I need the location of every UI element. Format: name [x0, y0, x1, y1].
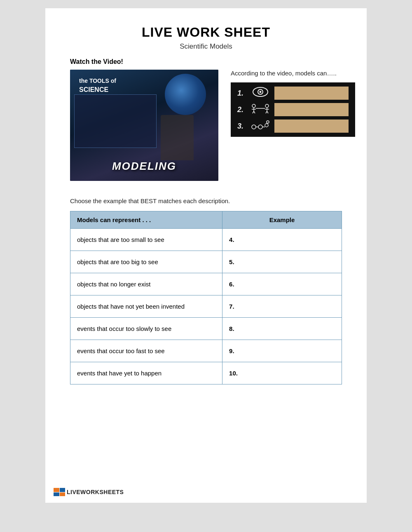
- description-cell: objects that have not yet been invented: [70, 295, 222, 318]
- top-section: the TOOLS of SCIENCE MODELING According …: [70, 70, 342, 181]
- model-num-2: 2.: [237, 105, 246, 114]
- logo-box: [54, 488, 65, 496]
- models-table: Models can represent . . . Example objec…: [70, 211, 342, 384]
- tools-text: the TOOLS of SCIENCE: [79, 77, 116, 94]
- model-input-3[interactable]: [274, 120, 349, 133]
- svg-line-13: [267, 111, 268, 113]
- model-item-1: 1.: [237, 87, 349, 100]
- choose-text: Choose the example that BEST matches eac…: [70, 197, 342, 204]
- science-text: SCIENCE: [79, 86, 108, 93]
- logo-cell-tl: [54, 488, 59, 492]
- page-subtitle: Scientific Models: [70, 42, 342, 51]
- table-row: objects that no longer exist6.: [70, 273, 342, 295]
- table-row: events that occur too slowly to see8.: [70, 318, 342, 340]
- logo-cell-br: [60, 492, 66, 497]
- model-num-1: 1.: [237, 89, 246, 98]
- description-cell: objects that no longer exist: [70, 273, 222, 295]
- description-cell: objects that are too big to see: [70, 251, 222, 273]
- table-row: objects that are too big to see5.: [70, 251, 342, 273]
- logo-cell-tr: [60, 488, 66, 492]
- svg-point-9: [265, 104, 269, 108]
- svg-point-18: [265, 124, 268, 127]
- model-input-1[interactable]: [274, 87, 349, 100]
- example-cell[interactable]: 6.: [222, 273, 342, 295]
- globe-graphic: [165, 74, 206, 115]
- tools-line1: the TOOLS of: [79, 77, 116, 84]
- table-row: objects that have not yet been invented7…: [70, 295, 342, 318]
- svg-point-3: [252, 104, 255, 108]
- modeling-text: MODELING: [70, 160, 218, 173]
- description-cell: events that have yet to happen: [70, 362, 222, 384]
- page-title: LIVE WORK SHEET: [70, 25, 342, 40]
- model-num-3: 3.: [237, 122, 246, 131]
- table-row: objects that are too small to see4.: [70, 229, 342, 251]
- example-cell[interactable]: 5.: [222, 251, 342, 273]
- logo-cell-bl: [54, 492, 59, 497]
- example-cell[interactable]: 10.: [222, 362, 342, 384]
- svg-point-16: [258, 125, 262, 129]
- people-icon: [250, 103, 270, 116]
- description-cell: objects that are too small to see: [70, 229, 222, 251]
- svg-line-6: [253, 111, 254, 113]
- footer: LIVEWORKSHEETS: [54, 488, 124, 496]
- col2-header: Example: [222, 211, 342, 229]
- svg-point-14: [252, 125, 256, 129]
- svg-point-2: [260, 91, 262, 93]
- model-input-2[interactable]: [274, 103, 349, 116]
- eye-icon: [250, 87, 270, 100]
- example-cell[interactable]: 8.: [222, 318, 342, 340]
- description-cell: events that occur too fast to see: [70, 340, 222, 362]
- description-cell: events that occur too slowly to see: [70, 318, 222, 340]
- person-silhouette: [161, 115, 194, 160]
- svg-line-7: [254, 111, 255, 113]
- video-thumbnail[interactable]: the TOOLS of SCIENCE MODELING: [70, 70, 218, 181]
- model-item-3: 3.: [237, 120, 349, 133]
- model-item-2: 2.: [237, 103, 349, 116]
- example-cell[interactable]: 7.: [222, 295, 342, 318]
- video-background: the TOOLS of SCIENCE MODELING: [70, 70, 218, 181]
- watch-label: Watch the Video!: [70, 58, 342, 66]
- atom-icon: [250, 120, 270, 133]
- worksheet-page: LIVE WORK SHEET Scientific Models Watch …: [45, 8, 367, 503]
- liveworksheets-logo: LIVEWORKSHEETS: [54, 488, 124, 496]
- example-cell[interactable]: 4.: [222, 229, 342, 251]
- col1-header: Models can represent . . .: [70, 211, 222, 229]
- screen-overlay: [74, 94, 157, 148]
- models-can-label: According to the video, models can…..: [231, 70, 355, 77]
- footer-text: LIVEWORKSHEETS: [67, 489, 124, 495]
- svg-point-19: [267, 121, 269, 123]
- models-can-section: According to the video, models can….. 1.: [231, 70, 355, 137]
- example-cell[interactable]: 9.: [222, 340, 342, 362]
- svg-line-12: [266, 111, 267, 113]
- table-row: events that occur too fast to see9.: [70, 340, 342, 362]
- table-row: events that have yet to happen10.: [70, 362, 342, 384]
- models-items-box: 1. 2.: [231, 82, 355, 137]
